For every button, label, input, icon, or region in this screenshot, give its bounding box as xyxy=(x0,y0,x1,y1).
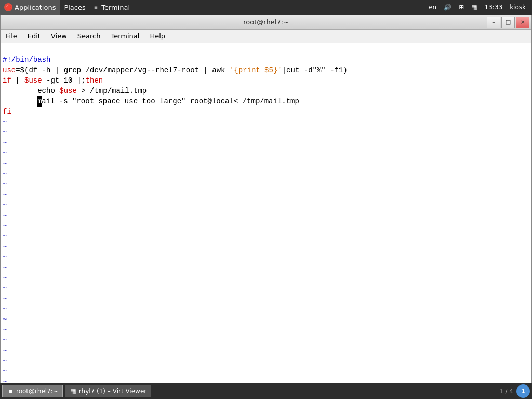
task-viewer[interactable]: ▦ rhyl7 (1) – Virt Viewer xyxy=(65,385,151,397)
tilde-5: ~ xyxy=(3,159,7,168)
network-icon: ⊞ xyxy=(457,3,466,12)
minimize-icon: – xyxy=(492,19,495,25)
tilde-1: ~ xyxy=(3,118,7,126)
tilde-3: ~ xyxy=(3,139,7,147)
tilde-16: ~ xyxy=(3,274,7,282)
tilde-20: ~ xyxy=(3,315,7,324)
viewer-task-icon: ▦ xyxy=(70,388,77,395)
window-controls: – □ × xyxy=(487,17,529,28)
maximize-icon: □ xyxy=(506,19,511,25)
tilde-7: ~ xyxy=(3,180,7,189)
system-bar: 🔴 Applications Places ▪ Terminal en 🔊 ⊞ … xyxy=(0,0,532,15)
terminal-window: root@rhel7:~ – □ × File Edit View Search… xyxy=(0,15,532,399)
code-line-1: #!/bin/bash xyxy=(3,56,50,64)
maximize-button[interactable]: □ xyxy=(501,17,515,28)
title-bar: root@rhel7:~ – □ × xyxy=(1,15,531,30)
task-terminal-label: root@rhel7:~ xyxy=(16,388,58,395)
locale-indicator: en xyxy=(427,3,438,12)
tilde-18: ~ xyxy=(3,295,7,303)
app-icon: 🔴 xyxy=(4,3,12,11)
tilde-12: ~ xyxy=(3,232,7,241)
menu-view[interactable]: View xyxy=(46,30,72,43)
page-number: 1 / 4 xyxy=(499,388,513,395)
tilde-22: ~ xyxy=(3,336,7,344)
tilde-13: ~ xyxy=(3,243,7,251)
applications-menu[interactable]: 🔴 Applications xyxy=(0,0,60,15)
terminal-menu-sys[interactable]: ▪ Terminal xyxy=(90,0,134,15)
tilde-11: ~ xyxy=(3,222,7,230)
tilde-15: ~ xyxy=(3,263,7,272)
menu-terminal[interactable]: Terminal xyxy=(105,30,144,43)
menu-bar: File Edit View Search Terminal Help xyxy=(1,30,531,43)
tilde-2: ~ xyxy=(3,128,7,137)
tilde-25: ~ xyxy=(3,367,7,376)
task-viewer-label: rhyl7 (1) – Virt Viewer xyxy=(79,388,147,395)
terminal-label: Terminal xyxy=(101,4,130,11)
code-line-4: echo $use > /tmp/mail.tmp xyxy=(3,87,147,95)
taskbar-right: 1 / 4 1 xyxy=(499,384,530,398)
code-line-2: use=$(df -h | grep /dev/mapper/vg--rhel7… xyxy=(3,66,348,74)
code-line-6: fi xyxy=(3,108,11,116)
menu-help[interactable]: Help xyxy=(144,30,170,43)
code-line-5: mail -s "root space use too large" root@… xyxy=(3,97,299,105)
places-menu[interactable]: Places xyxy=(60,0,89,15)
menu-file[interactable]: File xyxy=(1,30,22,43)
tilde-21: ~ xyxy=(3,326,7,334)
places-label: Places xyxy=(64,4,85,11)
minimize-button[interactable]: – xyxy=(487,17,500,28)
tilde-6: ~ xyxy=(3,170,7,178)
tilde-23: ~ xyxy=(3,347,7,355)
close-button[interactable]: × xyxy=(516,17,529,28)
tilde-14: ~ xyxy=(3,253,7,261)
close-icon: × xyxy=(520,19,525,25)
tilde-19: ~ xyxy=(3,305,7,313)
kiosk-label: kiosk xyxy=(508,3,528,12)
volume-icon: 🔊 xyxy=(442,3,454,12)
page-indicator[interactable]: 1 xyxy=(516,384,530,398)
applications-label: Applications xyxy=(15,4,56,11)
terminal-task-icon: ▪ xyxy=(7,388,14,395)
calendar-icon: ▦ xyxy=(469,3,479,12)
menu-search[interactable]: Search xyxy=(72,30,106,43)
editor-area[interactable]: #!/bin/bash use=$(df -h | grep /dev/mapp… xyxy=(1,43,531,387)
tilde-24: ~ xyxy=(3,357,7,365)
code-line-3: if [ $use -gt 10 ];then xyxy=(3,76,103,85)
tilde-10: ~ xyxy=(3,211,7,220)
window-title: root@rhel7:~ xyxy=(243,18,289,26)
tilde-9: ~ xyxy=(3,201,7,209)
tilde-8: ~ xyxy=(3,191,7,199)
task-terminal[interactable]: ▪ root@rhel7:~ xyxy=(2,385,63,397)
taskbar: ▪ root@rhel7:~ ▦ rhyl7 (1) – Virt Viewer… xyxy=(0,383,532,399)
menu-edit[interactable]: Edit xyxy=(22,30,46,43)
system-bar-left: 🔴 Applications Places ▪ Terminal xyxy=(0,0,134,15)
system-bar-right: en 🔊 ⊞ ▦ 13:33 kiosk xyxy=(427,3,532,12)
tilde-17: ~ xyxy=(3,284,7,292)
tilde-4: ~ xyxy=(3,149,7,157)
clock: 13:33 xyxy=(483,3,505,12)
